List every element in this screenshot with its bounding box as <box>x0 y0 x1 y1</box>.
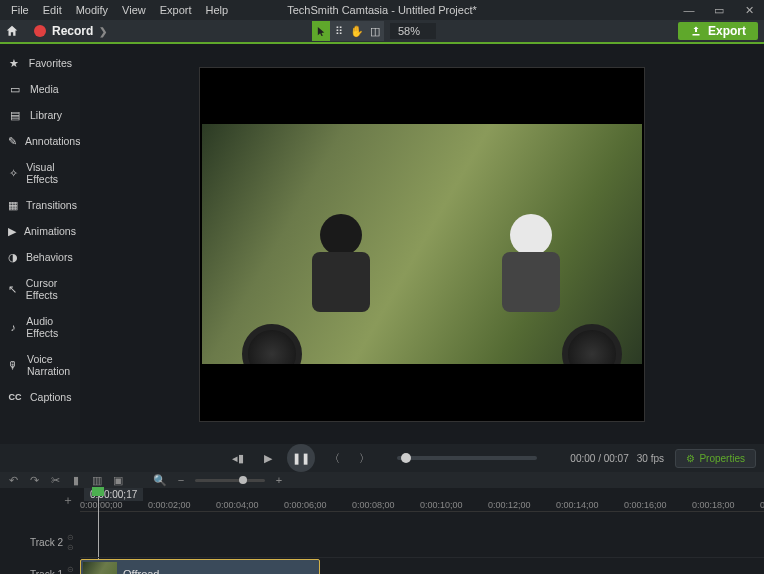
timeline-track-headers: ＋ Track 2 ⊝⊝ Track 1 ⊝⊝ <box>0 488 80 574</box>
undo-button[interactable]: ↶ <box>6 474 20 487</box>
media-icon: ▭ <box>8 83 22 95</box>
volume-slider[interactable] <box>397 456 537 460</box>
track-1-label: Track 1 <box>30 569 63 575</box>
record-button[interactable]: Record ❯ <box>24 19 117 43</box>
sidebar-media[interactable]: ▭Media <box>0 76 80 102</box>
zoom-fit-button[interactable]: 🔍 <box>153 474 167 487</box>
ruler-tick: 0:00:08;00 <box>352 500 395 510</box>
sidebar-voice-narration[interactable]: 🎙Voice Narration <box>0 346 80 384</box>
time-display: 00:00 / 00:07 <box>570 453 628 464</box>
snapshot-button[interactable]: ▣ <box>111 474 125 487</box>
sidebar-captions[interactable]: CCCaptions <box>0 384 80 410</box>
main-menu: File Edit Modify View Export Help <box>0 2 235 18</box>
redo-button[interactable]: ↷ <box>27 474 41 487</box>
sidebar-behaviors[interactable]: ◑Behaviors <box>0 244 80 270</box>
sidebar-animations[interactable]: ▶Animations <box>0 218 80 244</box>
menu-export[interactable]: Export <box>153 2 199 18</box>
annotations-icon: ✎ <box>8 135 17 147</box>
fps-display: 30 fps <box>637 453 664 464</box>
sidebar-audio-effects[interactable]: ♪Audio Effects <box>0 308 80 346</box>
playback-bar: ◂▮ ▶ ❚❚ 〈 〉 00:00 / 00:07 30 fps ⚙ Prope… <box>0 444 764 472</box>
sidebar-transitions[interactable]: ▦Transitions <box>0 192 80 218</box>
step-back-button[interactable]: 〈 <box>323 447 345 469</box>
track-1-lock-icon[interactable]: ⊝ <box>67 565 74 574</box>
menu-help[interactable]: Help <box>199 2 236 18</box>
split-button[interactable]: ▮ <box>69 474 83 487</box>
track-1-lane[interactable]: Offroad <box>80 558 764 574</box>
crop-tool[interactable]: ◫ <box>366 21 384 41</box>
timeline-tracks-area[interactable]: 0:00:00;17 0:00:00;000:00:02;000:00:04;0… <box>80 488 764 574</box>
canvas-frame[interactable] <box>199 67 645 422</box>
effects-icon: ✧ <box>8 167 18 179</box>
zoom-out-button[interactable]: − <box>174 474 188 486</box>
playback-time-readout: 00:00 / 00:07 30 fps <box>570 453 664 464</box>
close-icon[interactable]: ✕ <box>734 0 764 20</box>
animations-icon: ▶ <box>8 225 16 237</box>
menu-modify[interactable]: Modify <box>69 2 115 18</box>
track-2-hide-icon[interactable]: ⊝ <box>67 543 74 552</box>
record-label: Record <box>52 24 93 38</box>
track-header-1[interactable]: Track 1 ⊝⊝ <box>0 558 80 574</box>
star-icon: ★ <box>8 57 21 69</box>
ruler-tick: 0:00:00;00 <box>80 500 123 510</box>
track-2-lock-icon[interactable]: ⊝ <box>67 533 74 542</box>
mic-icon: 🎙 <box>8 359 19 371</box>
sidebar-cursor-effects[interactable]: ↖Cursor Effects <box>0 270 80 308</box>
menu-file[interactable]: File <box>4 2 36 18</box>
window-controls: — ▭ ✕ <box>674 0 764 20</box>
cc-icon: CC <box>8 392 22 402</box>
sidebar-favorites[interactable]: ★Favorites <box>0 50 80 76</box>
track-2-lane[interactable] <box>80 526 764 558</box>
ruler-tick: 0:00:18;00 <box>692 500 735 510</box>
track-header-2[interactable]: Track 2 ⊝⊝ <box>0 526 80 558</box>
timeline: ＋ Track 2 ⊝⊝ Track 1 ⊝⊝ 0:00:00;17 0:00:… <box>0 488 764 574</box>
zoom-in-button[interactable]: + <box>272 474 286 486</box>
pause-button[interactable]: ❚❚ <box>287 444 315 472</box>
gear-icon: ⚙ <box>686 453 695 464</box>
timeline-zoom-slider[interactable] <box>195 479 265 482</box>
minimize-icon[interactable]: — <box>674 0 704 20</box>
cut-button[interactable]: ✂ <box>48 474 62 487</box>
clip-offroad[interactable]: Offroad <box>80 559 320 574</box>
behaviors-icon: ◑ <box>8 251 18 263</box>
ruler-tick: 0:00:06;00 <box>284 500 327 510</box>
window-title: TechSmith Camtasia - Untitled Project* <box>287 4 477 16</box>
timeline-toolbar: ↶ ↷ ✂ ▮ ▥ ▣ 🔍 − + <box>0 472 764 488</box>
sidebar-annotations[interactable]: ✎Annotations <box>0 128 80 154</box>
timeline-ruler[interactable]: 0:00:00;17 0:00:00;000:00:02;000:00:04;0… <box>80 488 764 512</box>
pan-tool[interactable]: ✋ <box>348 21 366 41</box>
add-track-button[interactable]: ＋ <box>60 492 76 508</box>
export-icon <box>690 25 702 37</box>
sidebar-visual-effects[interactable]: ✧Visual Effects <box>0 154 80 192</box>
play-button[interactable]: ▶ <box>257 447 279 469</box>
properties-button[interactable]: ⚙ Properties <box>675 449 756 468</box>
tool-sidebar: ★Favorites ▭Media ▤Library ✎Annotations … <box>0 44 80 444</box>
zoom-level[interactable]: 58% <box>390 23 436 39</box>
marker-button[interactable]: ▥ <box>90 474 104 487</box>
ruler-tick: 0 <box>760 500 764 510</box>
clip-label: Offroad <box>123 568 160 574</box>
ruler-tick: 0:00:16;00 <box>624 500 667 510</box>
clip-thumbnail <box>83 562 117 574</box>
canvas-tools: ⠿ ✋ ◫ 58% <box>312 21 436 41</box>
maximize-icon[interactable]: ▭ <box>704 0 734 20</box>
sidebar-library[interactable]: ▤Library <box>0 102 80 128</box>
export-button[interactable]: Export <box>678 22 758 40</box>
video-preview <box>202 124 642 364</box>
track-2-label: Track 2 <box>30 537 63 548</box>
titlebar: File Edit Modify View Export Help TechSm… <box>0 0 764 20</box>
prev-frame-button[interactable]: ◂▮ <box>227 447 249 469</box>
ruler-tick: 0:00:12;00 <box>488 500 531 510</box>
ruler-tick: 0:00:04;00 <box>216 500 259 510</box>
audio-icon: ♪ <box>8 321 18 333</box>
cursor-icon: ↖ <box>8 283 18 295</box>
ruler-tick: 0:00:02;00 <box>148 500 191 510</box>
layout-tool[interactable]: ⠿ <box>330 21 348 41</box>
menu-edit[interactable]: Edit <box>36 2 69 18</box>
select-tool[interactable] <box>312 21 330 41</box>
step-forward-button[interactable]: 〉 <box>353 447 375 469</box>
menu-view[interactable]: View <box>115 2 153 18</box>
ruler-tick: 0:00:14;00 <box>556 500 599 510</box>
home-button[interactable] <box>0 19 24 43</box>
canvas-area <box>80 44 764 444</box>
